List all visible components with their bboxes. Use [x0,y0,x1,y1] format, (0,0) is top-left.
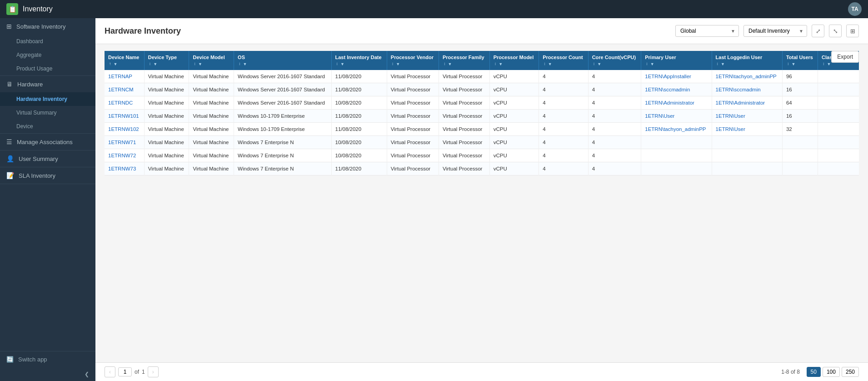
table-cell[interactable]: 1ETRNW71 [105,136,144,149]
table-cell[interactable]: 1ETRN\Administrator [712,96,782,110]
table-row: 1ETRNW73Virtual MachineVirtual MachineWi… [105,162,859,175]
sidebar-item-hardware[interactable]: 🖥 Hardware [0,76,95,92]
table-cell: 4 [539,162,588,175]
table-cell[interactable]: 1ETRNDC [105,96,144,110]
table-cell: Virtual Machine [144,162,189,175]
table-cell[interactable]: 1ETRNW101 [105,110,144,123]
next-page-button[interactable]: › [148,366,159,377]
filter-last-logged-icon[interactable]: ▼ [721,62,725,66]
sidebar-collapse-button[interactable]: ❮ [0,367,95,381]
per-page-250-button[interactable]: 250 [842,367,859,377]
table-cell[interactable]: 1ETRN\Administrator [641,96,712,110]
table-cell: Virtual Processor [387,110,439,123]
inventory-dropdown[interactable]: Default Inventory [743,25,807,37]
sidebar-item-sla-inventory[interactable]: 📝 SLA Inventory [0,167,95,184]
table-cell[interactable]: 1ETRNCM [105,83,144,96]
sidebar-item-manage-associations[interactable]: ☰ Manage Associations [0,134,95,150]
sort-proc-count[interactable]: ↕ [543,61,547,66]
table-cell: 4 [539,149,588,162]
table-cell[interactable] [641,162,712,175]
sidebar-item-hardware-inventory[interactable]: Hardware Inventory [0,92,95,106]
col-device-type-label: Device Type [148,55,185,60]
per-page-50-button[interactable]: 50 [807,367,821,377]
filter-classification-icon[interactable]: ▼ [827,62,831,66]
table-cell[interactable]: 1ETRN\User [712,123,782,136]
table-cell[interactable] [712,162,782,175]
table-cell[interactable] [712,149,782,162]
export-button[interactable]: Export [831,51,859,63]
sort-device-type[interactable]: ↕ [148,61,152,66]
app-title: Inventory [23,5,848,13]
user-avatar[interactable]: TA [848,2,862,16]
aggregate-label: Aggregate [16,52,41,58]
table-cell[interactable]: 1ETRN\tachyon_adminPP [641,123,712,136]
table-cell[interactable] [712,136,782,149]
sidebar-item-user-summary[interactable]: 👤 User Summary [0,150,95,167]
table-cell[interactable]: 1ETRN\sccmadmin [641,83,712,96]
table-cell[interactable] [641,136,712,149]
switch-app-button[interactable]: 🔄 Switch app [0,351,95,367]
col-proc-count-label: Processor Count [543,55,584,60]
sort-proc-vendor[interactable]: ↕ [391,61,395,66]
table-cell[interactable]: 1ETRN\sccmadmin [712,83,782,96]
table-cell: 11/08/2020 [331,162,387,175]
table-cell: Windows 7 Enterprise N [234,162,331,175]
table-cell[interactable]: 1ETRN\User [641,110,712,123]
sidebar-item-aggregate[interactable]: Aggregate [0,48,95,62]
filter-proc-model-icon[interactable]: ▼ [499,62,503,66]
table-cell[interactable]: 1ETRNW72 [105,149,144,162]
sidebar-item-virtual-summary[interactable]: Virtual Summary [0,106,95,120]
filter-device-name-icon[interactable]: ▼ [114,62,118,66]
prev-page-button[interactable]: ‹ [105,366,115,377]
filter-os-icon[interactable]: ▼ [243,62,247,66]
filter-proc-count-icon[interactable]: ▼ [548,62,552,66]
col-primary-user-controls: ↕ ▼ [645,61,708,66]
table-cell: 4 [539,96,588,110]
filter-last-inventory-icon[interactable]: ▼ [340,62,344,66]
fullscreen-icon-button[interactable]: ⤡ [829,25,842,37]
sidebar-item-device[interactable]: Device [0,120,95,133]
sort-proc-model[interactable]: ↕ [494,61,498,66]
sort-core-count[interactable]: ↕ [592,61,596,66]
grid-icon-button[interactable]: ⊞ [846,25,859,37]
sort-device-model[interactable]: ↕ [193,61,197,66]
table-cell[interactable]: 1ETRNAP [105,70,144,83]
table-cell: Virtual Machine [144,123,189,136]
table-cell: 10/08/2020 [331,149,387,162]
sort-last-logged[interactable]: ↕ [716,61,720,66]
table-cell [782,136,818,149]
global-dropdown[interactable]: Global [675,25,739,37]
table-cell[interactable]: 1ETRN\User [712,110,782,123]
sort-os[interactable]: ↕ [238,61,242,66]
per-page-100-button[interactable]: 100 [823,367,840,377]
filter-core-count-icon[interactable]: ▼ [597,62,601,66]
resize-icon-button[interactable]: ⤢ [812,25,824,37]
table-cell: Windows 7 Enterprise N [234,136,331,149]
filter-device-type-icon[interactable]: ▼ [153,62,157,66]
table-cell: Virtual Processor [439,96,490,110]
col-os: OS ↕ ▼ [234,51,331,70]
sidebar-item-product-usage[interactable]: Product Usage [0,62,95,75]
table-cell[interactable]: 1ETRN\tachyon_adminPP [712,70,782,83]
filter-proc-vendor-icon[interactable]: ▼ [396,62,400,66]
table-cell[interactable]: 1ETRNW73 [105,162,144,175]
filter-total-users-icon[interactable]: ▼ [791,62,795,66]
sidebar-item-dashboard[interactable]: Dashboard [0,35,95,48]
table-cell: 4 [539,83,588,96]
sort-device-name-asc[interactable]: ↑ [108,61,112,66]
page-number-input[interactable] [118,367,132,376]
sort-proc-family[interactable]: ↕ [443,61,447,66]
sort-classification[interactable]: ↕ [822,61,826,66]
filter-primary-user-icon[interactable]: ▼ [650,62,654,66]
filter-proc-family-icon[interactable]: ▼ [448,62,452,66]
table-cell: vCPU [489,70,539,83]
sort-total-users[interactable]: ↕ [786,61,790,66]
filter-device-model-icon[interactable]: ▼ [198,62,202,66]
table-cell[interactable]: 1ETRN\AppInstaller [641,70,712,83]
table-cell[interactable] [641,149,712,162]
table-cell [782,149,818,162]
sidebar-item-software-inventory[interactable]: ⊞ Software Inventory [0,18,95,35]
sort-last-inventory[interactable]: ↕ [335,61,339,66]
sort-primary-user[interactable]: ↕ [645,61,649,66]
table-cell[interactable]: 1ETRNW102 [105,123,144,136]
